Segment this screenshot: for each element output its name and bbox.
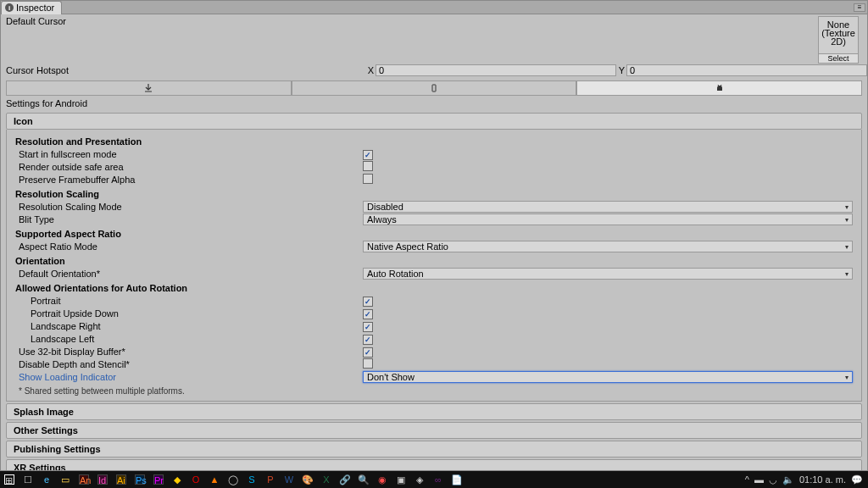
taskbar-app-link[interactable]: 🔗	[336, 471, 354, 488]
aspect-ratio-header: Supported Aspect Ratio	[15, 229, 853, 239]
render-safe-label: Render outside safe area	[15, 162, 363, 172]
taskbar-app-chrome[interactable]: ◯	[224, 471, 242, 488]
taskbar-app-badge[interactable]: ◉	[373, 471, 392, 488]
clock[interactable]: 01:10 a. m.	[799, 474, 846, 485]
taskbar-app-vlc[interactable]: ▲	[205, 471, 224, 488]
taskbar-app-vs[interactable]: ∞	[429, 471, 448, 488]
taskbar-app-unity[interactable]: ◈	[410, 471, 429, 488]
default-orientation-dropdown[interactable]: Auto Rotation▾	[363, 268, 853, 280]
inspector-content: Default Cursor None(Texture2D) Select Cu…	[1, 14, 867, 470]
tab-bar: i Inspector ≡	[1, 1, 867, 14]
taskbar-app-animate[interactable]: An	[75, 471, 93, 488]
blit-type-dropdown[interactable]: Always▾	[363, 214, 853, 225]
section-xr-settings[interactable]: XR Settings	[6, 459, 862, 470]
taskbar-app-notepad[interactable]: 📄	[448, 471, 466, 488]
taskbar-app-opera[interactable]: O	[186, 471, 205, 488]
hotspot-x-label: X	[365, 65, 376, 75]
tray-overflow-icon[interactable]: ^	[745, 474, 749, 485]
taskbar-app-excel[interactable]: X	[317, 471, 336, 488]
portrait-label: Portrait	[15, 296, 363, 306]
start-fullscreen-checkbox[interactable]: ✓	[363, 150, 373, 160]
landscape-right-label: Landscape Right	[15, 321, 363, 331]
disable-depth-checkbox[interactable]	[363, 358, 373, 369]
resolution-presentation-body: Resolution and Presentation Start in ful…	[6, 130, 862, 402]
aspect-mode-dropdown[interactable]: Native Aspect Ratio▾	[363, 241, 853, 252]
download-icon	[144, 84, 153, 92]
start-button[interactable]: ⊞	[0, 471, 19, 488]
scaling-mode-dropdown[interactable]: Disabled▾	[363, 201, 853, 213]
tab-inspector[interactable]: i Inspector	[1, 1, 62, 14]
default-orientation-label: Default Orientation*	[15, 269, 363, 279]
portrait-ud-label: Portrait Upside Down	[15, 308, 363, 319]
start-fullscreen-label: Start in fullscreen mode	[15, 149, 363, 159]
scaling-mode-label: Resolution Scaling Mode	[15, 202, 363, 212]
taskbar: ⊞ ☐ e ▭ An Id Ai Ps Pr ◆ O ▲ ◯ S P W 🎨 X…	[0, 471, 868, 488]
landscape-left-checkbox[interactable]: ✓	[363, 335, 373, 345]
cursor-hotspot-row: Cursor Hotspot X Y	[1, 64, 867, 77]
resolution-presentation-header: Resolution and Presentation	[15, 136, 853, 147]
window-menu-icon[interactable]: ≡	[854, 3, 865, 12]
notifications-icon[interactable]: 💬	[851, 474, 863, 485]
inspector-window: i Inspector ≡ Default Cursor None(Textur…	[0, 0, 868, 471]
section-icon[interactable]: Icon	[6, 113, 862, 130]
battery-icon[interactable]: ▬	[754, 474, 764, 485]
phone-icon	[430, 84, 438, 92]
taskbar-app-epic[interactable]: ▣	[392, 471, 410, 488]
shared-setting-footnote: * Shared setting between multiple platfo…	[19, 386, 853, 396]
chevron-down-icon: ▾	[845, 374, 849, 381]
taskbar-app-explorer[interactable]: ▭	[56, 471, 75, 488]
resolution-scaling-header: Resolution Scaling	[15, 189, 853, 199]
disable-depth-label: Disable Depth and Stencil*	[15, 359, 363, 369]
volume-icon[interactable]: 🔈	[782, 474, 794, 485]
tab-title: Inspector	[16, 3, 54, 13]
default-cursor-area: Default Cursor None(Texture2D) Select	[1, 14, 867, 64]
preserve-alpha-checkbox[interactable]	[363, 174, 373, 184]
taskbar-app-search[interactable]: 🔍	[354, 471, 373, 488]
info-icon: i	[5, 3, 14, 12]
platform-tab-ios[interactable]	[292, 80, 577, 96]
use32-checkbox[interactable]: ✓	[363, 347, 373, 358]
taskbar-app-illustrator[interactable]: Ai	[112, 471, 131, 488]
cursor-texture-thumbnail[interactable]: None(Texture2D) Select	[818, 16, 859, 64]
preserve-alpha-label: Preserve Framebuffer Alpha	[15, 175, 363, 185]
use32-label: Use 32-bit Display Buffer*	[15, 347, 363, 357]
portrait-ud-checkbox[interactable]: ✓	[363, 309, 373, 319]
taskbar-app-photoshop[interactable]: Ps	[131, 471, 149, 488]
cursor-hotspot-label: Cursor Hotspot	[6, 65, 365, 75]
taskbar-app-edge[interactable]: e	[37, 471, 56, 488]
thumb-text: None(Texture2D)	[819, 20, 858, 46]
platform-tabs	[6, 80, 862, 96]
system-tray: ^ ▬ ◡ 🔈 01:10 a. m. 💬	[745, 474, 868, 485]
hotspot-y-label: Y	[616, 65, 626, 75]
wifi-icon[interactable]: ◡	[769, 474, 777, 485]
hotspot-x-input[interactable]	[376, 64, 616, 76]
section-splash-image[interactable]: Splash Image	[6, 403, 862, 420]
platform-tab-android[interactable]	[576, 80, 862, 96]
section-publishing-settings[interactable]: Publishing Settings	[6, 441, 862, 458]
android-icon	[715, 84, 724, 92]
default-cursor-label: Default Cursor	[6, 16, 66, 26]
taskbar-app-game[interactable]: ◆	[168, 471, 186, 488]
taskbar-app-word[interactable]: W	[280, 471, 298, 488]
portrait-checkbox[interactable]: ✓	[363, 297, 373, 307]
taskbar-app-indesign[interactable]: Id	[93, 471, 112, 488]
section-other-settings[interactable]: Other Settings	[6, 422, 862, 439]
loading-indicator-dropdown[interactable]: Don't Show▾	[363, 371, 853, 383]
taskbar-app-powerpoint[interactable]: P	[261, 471, 280, 488]
chevron-down-icon: ▾	[845, 270, 849, 278]
settings-for-label: Settings for Android	[1, 96, 867, 111]
render-safe-checkbox[interactable]	[363, 161, 373, 171]
loading-indicator-label[interactable]: Show Loading Indicator	[15, 372, 363, 382]
chevron-down-icon: ▾	[845, 216, 849, 224]
taskbar-app-premiere[interactable]: Pr	[149, 471, 168, 488]
platform-tab-standalone[interactable]	[6, 80, 292, 96]
landscape-right-checkbox[interactable]: ✓	[363, 322, 373, 332]
taskbar-app-paint[interactable]: 🎨	[298, 471, 317, 488]
allowed-orientations-header: Allowed Orientations for Auto Rotation	[15, 283, 853, 293]
select-texture-button[interactable]: Select	[819, 53, 858, 63]
orientation-header: Orientation	[15, 256, 853, 266]
task-view-button[interactable]: ☐	[19, 471, 37, 488]
taskbar-app-skype[interactable]: S	[242, 471, 261, 488]
landscape-left-label: Landscape Left	[15, 334, 363, 344]
hotspot-y-input[interactable]	[626, 64, 867, 76]
